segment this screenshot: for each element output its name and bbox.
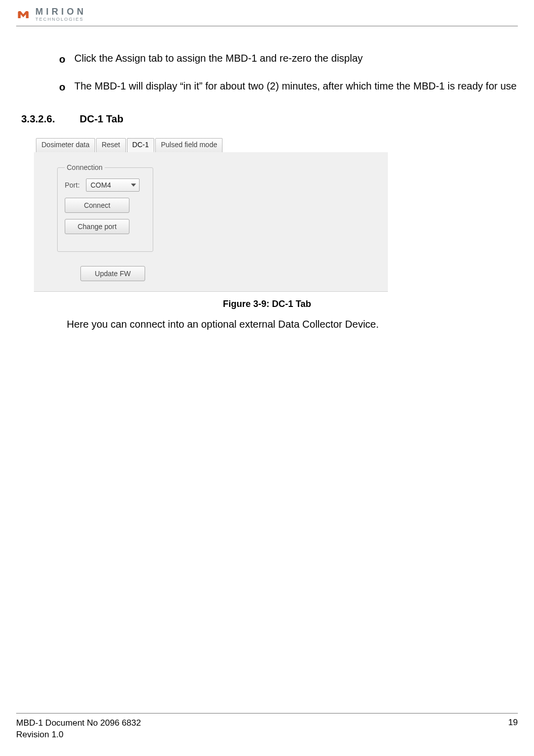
- logo-text: MIRION TECHNOLOGIES: [35, 7, 86, 22]
- dc1-tab-screenshot: Dosimeter data Reset DC-1 Pulsed field m…: [34, 137, 388, 292]
- logo-block: MIRION TECHNOLOGIES: [16, 7, 518, 22]
- port-label: Port:: [65, 181, 82, 189]
- connection-group: Connection Port: COM4 Connect Change por…: [57, 163, 153, 252]
- bullet-text: Click the Assign tab to assign the MBD-1…: [74, 53, 363, 64]
- tab-reset[interactable]: Reset: [96, 138, 126, 152]
- mirion-logo-icon: [16, 8, 30, 22]
- port-row: Port: COM4: [65, 179, 146, 192]
- tab-panel: Connection Port: COM4 Connect Change por…: [34, 152, 388, 281]
- page-number: 19: [508, 718, 518, 741]
- logo-name: MIRION: [35, 7, 86, 16]
- footer-doc-no: MBD-1 Document No 2096 6832: [16, 718, 141, 729]
- bullet-list: Click the Assign tab to assign the MBD-1…: [59, 52, 518, 93]
- connection-legend: Connection: [65, 163, 105, 171]
- port-select-value: COM4: [91, 181, 111, 189]
- update-fw-button[interactable]: Update FW: [80, 266, 145, 281]
- bullet-text: The MBD-1 will display “in it” for about…: [74, 80, 517, 92]
- tab-dosimeter-data[interactable]: Dosimeter data: [36, 138, 95, 152]
- tab-bar: Dosimeter data Reset DC-1 Pulsed field m…: [34, 137, 388, 152]
- tab-dc1[interactable]: DC-1: [127, 138, 155, 152]
- footer-revision: Revision 1.0: [16, 729, 141, 741]
- figure-description: Here you can connect into an optional ex…: [67, 319, 518, 330]
- figure-caption: Figure 3-9: DC-1 Tab: [16, 299, 518, 309]
- section-title: DC-1 Tab: [80, 113, 123, 124]
- chevron-down-icon: [131, 184, 136, 187]
- page-footer: MBD-1 Document No 2096 6832 Revision 1.0…: [16, 713, 518, 741]
- change-port-button[interactable]: Change port: [65, 219, 129, 234]
- header-rule: [16, 26, 518, 26]
- section-number: 3.3.2.6.: [21, 113, 77, 125]
- connect-button[interactable]: Connect: [65, 198, 129, 213]
- tab-pulsed-field-mode[interactable]: Pulsed field mode: [155, 138, 223, 152]
- list-item: The MBD-1 will display “in it” for about…: [59, 79, 518, 93]
- section-heading: 3.3.2.6. DC-1 Tab: [21, 113, 518, 125]
- list-item: Click the Assign tab to assign the MBD-1…: [59, 52, 518, 65]
- logo-sub: TECHNOLOGIES: [35, 17, 86, 22]
- footer-left: MBD-1 Document No 2096 6832 Revision 1.0: [16, 718, 141, 741]
- port-select[interactable]: COM4: [86, 179, 140, 192]
